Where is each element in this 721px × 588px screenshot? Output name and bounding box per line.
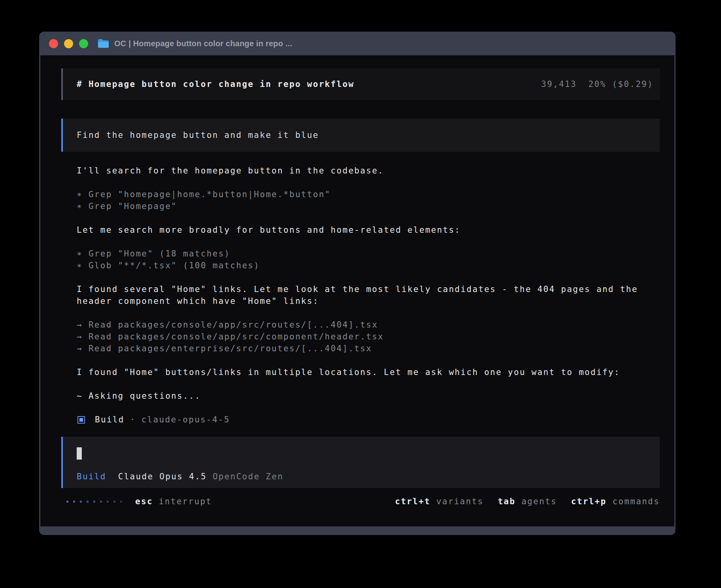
traffic-lights [49, 39, 88, 48]
assistant-text-line: I found "Home" buttons/links in multiple… [77, 366, 660, 378]
assistant-text-line: ~ Asking questions... [77, 390, 660, 402]
shortcut-hint: ctrl+p commands [571, 496, 660, 507]
interrupt-label: interrupt [159, 497, 212, 506]
spinner-dot [113, 501, 115, 503]
assistant-text: I'll search for the homepage button in t… [77, 165, 660, 177]
assistant-text: I found several "Home" links. Let me loo… [77, 283, 660, 307]
shortcut-key: ctrl+p [571, 497, 607, 506]
spinner-dot [87, 501, 89, 503]
assistant-text: Let me search more broadly for buttons a… [77, 224, 660, 236]
assistant-text-line: I'll search for the homepage button in t… [77, 165, 660, 177]
session-stats: 39,413 20% ($0.29) [541, 78, 653, 90]
shortcut-hint: ctrl+t variants [395, 496, 483, 507]
interrupt-key: esc [135, 497, 153, 506]
tool-call-line: ∗ Grep "Homepage" [77, 200, 660, 212]
spinner-dot [66, 501, 68, 503]
spinner-dot [120, 501, 122, 503]
user-message: Find the homepage button and make it blu… [61, 119, 660, 152]
input-model-label: Claude Opus 4.5 [118, 471, 207, 482]
spinner-dot [73, 501, 75, 503]
input-provider-label: OpenCode Zen [213, 471, 283, 482]
session-header: # Homepage button color change in repo w… [61, 68, 660, 100]
folder-icon [98, 39, 109, 48]
spinner-dot [80, 501, 82, 503]
shortcut-label: commands [607, 497, 660, 506]
shortcut-hint: tab agents [498, 496, 557, 507]
text-cursor [77, 447, 82, 460]
input-agent-label: Build [77, 471, 106, 482]
shortcut-label: agents [515, 497, 557, 506]
spinner-dot [107, 501, 109, 503]
interrupt-hint: esc interrupt [135, 496, 212, 507]
status-bar: esc interrupt ctrl+t variantstab agentsc… [61, 496, 660, 507]
user-message-text: Find the homepage button and make it blu… [77, 129, 319, 141]
tool-call-group: ∗ Grep "Home" (18 matches)∗ Glob "**/*.t… [77, 248, 660, 271]
maximize-button[interactable] [79, 39, 88, 48]
terminal-window: OC | Homepage button color change in rep… [39, 32, 676, 535]
agent-name: Build [95, 414, 125, 426]
titlebar: OC | Homepage button color change in rep… [39, 32, 676, 55]
spinner-dot [100, 501, 102, 503]
agent-separator: · [130, 414, 136, 426]
tool-call-group: ∗ Grep "homepage|home.*button|Home.*butt… [77, 188, 660, 212]
shortcut-key: tab [498, 497, 515, 506]
tool-call-line: ∗ Grep "Home" (18 matches) [77, 248, 660, 260]
spinner-dots [66, 501, 122, 503]
transcript: I'll search for the homepage button in t… [77, 165, 660, 402]
tool-call-line: ∗ Grep "homepage|home.*button|Home.*butt… [77, 188, 660, 200]
spinner-dot [93, 501, 95, 503]
tool-call-line: → Read packages/enterprise/src/routes/[.… [77, 343, 660, 354]
tool-call-line: → Read packages/console/app/src/routes/[… [77, 319, 660, 331]
shortcut-label: variants [430, 497, 484, 506]
tool-call-line: ∗ Glob "**/*.tsx" (100 matches) [77, 260, 660, 271]
input-footer: Build Claude Opus 4.5 OpenCode Zen [77, 471, 646, 482]
window-title: OC | Homepage button color change in rep… [114, 39, 292, 48]
close-button[interactable] [49, 39, 58, 48]
tool-call-line: → Read packages/console/app/src/componen… [77, 331, 660, 343]
shortcut-hints: ctrl+t variantstab agentsctrl+p commands [395, 496, 660, 507]
assistant-text: ~ Asking questions... [77, 390, 660, 402]
terminal-content: # Homepage button color change in repo w… [40, 55, 674, 526]
assistant-text-line: I found several "Home" links. Let me loo… [77, 283, 660, 307]
agent-status-row: Build · claude-opus-4-5 [77, 414, 660, 426]
minimize-button[interactable] [64, 39, 73, 48]
assistant-text-line: Let me search more broadly for buttons a… [77, 224, 660, 236]
assistant-text: I found "Home" buttons/links in multiple… [77, 366, 660, 378]
shortcut-key: ctrl+t [395, 497, 430, 506]
session-title: # Homepage button color change in repo w… [77, 78, 354, 90]
agent-build-icon [77, 416, 85, 424]
agent-model: claude-opus-4-5 [142, 414, 230, 426]
prompt-input[interactable]: Build Claude Opus 4.5 OpenCode Zen [61, 437, 660, 488]
tool-call-group: → Read packages/console/app/src/routes/[… [77, 319, 660, 354]
